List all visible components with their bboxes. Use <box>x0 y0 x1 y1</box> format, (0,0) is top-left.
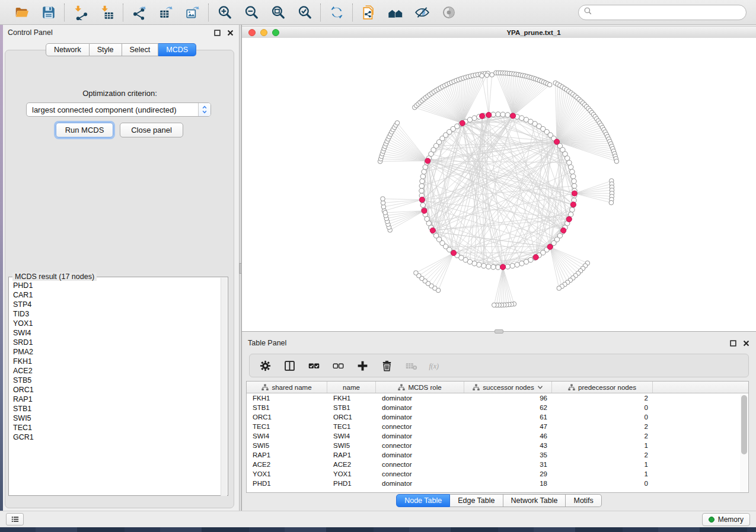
window-minimize-traffic-light[interactable] <box>260 29 267 36</box>
column-header-successor-nodes[interactable]: successor nodes <box>464 382 552 393</box>
show-graphics-details-disabled-icon[interactable] <box>441 4 457 20</box>
tab-network-table[interactable]: Network Table <box>503 494 566 507</box>
cell-successor-nodes: 47 <box>464 423 552 430</box>
save-icon[interactable] <box>40 4 56 20</box>
mcds-result-item[interactable]: SWI4 <box>10 328 219 338</box>
table-scrollbar-track[interactable] <box>740 394 748 492</box>
mcds-result-item[interactable]: ACE2 <box>10 366 219 376</box>
cell-MCDS-role: dominator <box>376 432 464 440</box>
console-list-button[interactable] <box>6 513 24 525</box>
table-panel-title: Table Panel <box>248 339 286 347</box>
window-zoom-traffic-light[interactable] <box>272 29 279 36</box>
table-row-PHD1[interactable]: PHD1PHD1dominator180 <box>247 479 748 488</box>
mcds-result-item[interactable]: STP4 <box>10 300 219 309</box>
tab-node-table[interactable]: Node Table <box>396 494 450 507</box>
horizontal-splitter-handle[interactable] <box>495 329 503 334</box>
cell-shared-name: ACE2 <box>247 461 327 468</box>
table-row-ACE2[interactable]: ACE2ACE2connector311 <box>247 460 748 469</box>
zoom-fit-icon[interactable] <box>270 4 286 20</box>
table-row-FKH1[interactable]: FKH1FKH1dominator962 <box>247 393 748 403</box>
close-table-panel-icon[interactable] <box>742 339 750 347</box>
criterion-dropdown[interactable]: largest connected component (undirected) <box>26 102 211 117</box>
mcds-result-item[interactable]: STB5 <box>10 376 219 385</box>
network-graph[interactable] <box>242 38 756 332</box>
table-row-SWI4[interactable]: SWI4SWI4dominator462 <box>247 431 748 441</box>
import-table-icon[interactable] <box>99 4 115 20</box>
add-column-icon[interactable] <box>355 358 369 373</box>
column-header-filler <box>653 382 748 393</box>
table-toolbar: f(x) <box>249 354 749 377</box>
column-header-shared-name[interactable]: shared name <box>247 382 327 393</box>
cell-successor-nodes: 35 <box>464 451 552 459</box>
table-row-STB1[interactable]: STB1STB1dominator620 <box>247 403 748 412</box>
cell-name: ORC1 <box>327 414 376 421</box>
column-header-predecessor-nodes[interactable]: predecessor nodes <box>552 382 653 393</box>
split-panel-icon[interactable] <box>282 358 296 373</box>
table-panel-tabs: Node TableEdge TableNetwork TableMotifs <box>242 494 756 507</box>
mcds-result-item[interactable]: TID3 <box>10 309 219 319</box>
zoom-out-icon[interactable] <box>243 4 259 20</box>
open-folder-icon[interactable] <box>14 4 30 20</box>
window-close-traffic-light[interactable] <box>248 29 256 36</box>
search-box[interactable] <box>578 5 747 20</box>
mcds-result-list: PHD1CAR1STP4TID3YOX1SWI4SRD1PMA2FKH1ACE2… <box>10 281 219 493</box>
tab-select[interactable]: Select <box>122 43 159 56</box>
network-view-canvas[interactable] <box>242 38 756 332</box>
cell-MCDS-role: connector <box>376 442 464 449</box>
cell-shared-name: ORC1 <box>247 414 327 421</box>
float-panel-icon[interactable] <box>213 29 221 37</box>
search-input[interactable] <box>595 8 741 17</box>
cell-MCDS-role: connector <box>376 423 464 430</box>
zoom-in-icon[interactable] <box>216 4 232 20</box>
tab-mcds[interactable]: MCDS <box>158 43 196 56</box>
table-row-SWI5[interactable]: SWI5SWI5connector431 <box>247 441 748 450</box>
mcds-result-item[interactable]: RAP1 <box>10 395 219 404</box>
mcds-result-item[interactable]: TEC1 <box>10 423 219 432</box>
mcds-result-item[interactable]: PHD1 <box>10 281 219 290</box>
status-bar: Memory <box>0 511 756 527</box>
mcds-result-item[interactable]: STB1 <box>10 404 219 414</box>
select-all-icon[interactable] <box>307 358 321 373</box>
refresh-layout-icon[interactable] <box>328 4 344 20</box>
mcds-result-item[interactable]: YOX1 <box>10 319 219 328</box>
hide-graphics-details-icon[interactable] <box>414 4 430 20</box>
delete-column-icon[interactable] <box>379 358 394 373</box>
import-network-icon[interactable] <box>72 4 88 20</box>
open-session-network-icon[interactable] <box>361 4 377 20</box>
export-network-icon[interactable] <box>131 4 147 20</box>
node-table-header: shared namenameMCDS rolesuccessor nodesp… <box>247 382 748 393</box>
cell-shared-name: SWI4 <box>247 432 327 440</box>
mcds-result-item[interactable]: ORC1 <box>10 385 219 395</box>
mcds-result-item[interactable]: GCR1 <box>10 432 219 442</box>
memory-button[interactable]: Memory <box>702 513 750 526</box>
tab-motifs[interactable]: Motifs <box>566 494 601 507</box>
run-mcds-button[interactable]: Run MCDS <box>56 123 113 137</box>
node-table-body: FKH1FKH1dominator962STB1STB1dominator620… <box>247 393 748 488</box>
tab-style[interactable]: Style <box>90 43 122 56</box>
table-row-ORC1[interactable]: ORC1ORC1dominator610 <box>247 412 748 422</box>
export-image-icon[interactable] <box>184 4 200 20</box>
mcds-result-item[interactable]: FKH1 <box>10 357 219 366</box>
table-scrollbar-thumb[interactable] <box>741 395 747 454</box>
mcds-result-item[interactable]: CAR1 <box>10 290 219 300</box>
column-header-MCDS-role[interactable]: MCDS role <box>376 382 464 393</box>
close-panel-icon[interactable] <box>227 29 234 37</box>
export-table-icon[interactable] <box>158 4 174 20</box>
column-header-name[interactable]: name <box>327 382 376 393</box>
cell-name: YOX1 <box>327 470 376 477</box>
deselect-all-icon[interactable] <box>331 358 345 373</box>
zoom-selected-icon[interactable] <box>296 4 312 20</box>
gear-icon[interactable] <box>258 358 272 373</box>
table-row-YOX1[interactable]: YOX1YOX1connector291 <box>247 469 748 479</box>
mcds-result-item[interactable]: SWI5 <box>10 414 219 423</box>
table-row-TEC1[interactable]: TEC1TEC1connector472 <box>247 422 748 431</box>
mcds-result-item[interactable]: SRD1 <box>10 338 219 347</box>
tab-network[interactable]: Network <box>46 43 90 56</box>
mcds-result-item[interactable]: PMA2 <box>10 347 219 357</box>
network-overview-houses-icon[interactable] <box>387 4 403 20</box>
close-panel-button[interactable]: Close panel <box>120 123 183 137</box>
mcds-list-scrollbar[interactable] <box>221 278 227 496</box>
tab-edge-table[interactable]: Edge Table <box>450 494 503 507</box>
table-row-RAP1[interactable]: RAP1RAP1dominator352 <box>247 450 748 460</box>
float-table-panel-icon[interactable] <box>729 339 737 347</box>
